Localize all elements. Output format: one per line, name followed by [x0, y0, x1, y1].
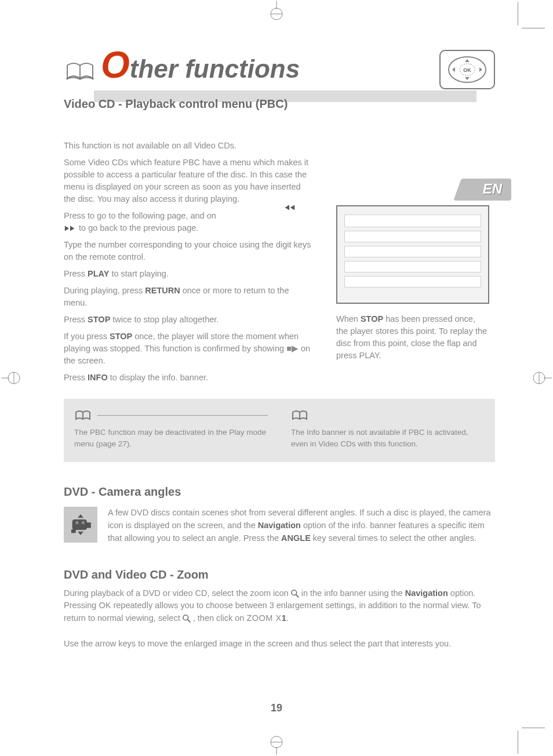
pbc-intro2: Some Video CDs which feature PBC have a … [64, 157, 313, 205]
pbc-stop-line1: Press STOP twice to stop play altogether… [64, 314, 313, 326]
pbc-menu-row [344, 261, 481, 272]
language-label: EN [467, 179, 511, 201]
note-right-text: The Info banner is not available if PBC … [291, 427, 485, 449]
fast-forward-icon [64, 225, 77, 232]
note-head [291, 408, 485, 422]
corner-mark-icon [522, 28, 545, 28]
crop-mark-top-icon [268, 1, 285, 22]
magnifier-icon [183, 615, 191, 623]
rewind-indicator [283, 203, 296, 213]
header: Other functions OK [64, 46, 495, 89]
divider [97, 415, 268, 416]
pbc-heading: Video CD - Playback control menu (PBC) [64, 97, 495, 111]
angles-text: A few DVD discs contain scenes shot from… [108, 507, 495, 544]
note-left: The PBC function may be deactivated in t… [74, 408, 268, 449]
corner-mark-icon [518, 730, 518, 754]
corner-mark-icon [522, 728, 545, 728]
title-drop-cap: O [101, 44, 130, 86]
notes-bar: The PBC function may be deactivated in t… [64, 399, 495, 462]
pbc-stop-replay: When STOP has been pressed once, the pla… [336, 313, 489, 362]
svg-point-22 [183, 615, 188, 620]
svg-point-20 [292, 590, 297, 595]
angles-heading: DVD - Camera angles [64, 485, 495, 499]
language-tab: EN [467, 179, 511, 201]
zoom-line2: Use the arrow keys to move the enlarged … [64, 639, 451, 648]
book-icon [74, 408, 92, 422]
pbc-intro1: This function is not available on all Vi… [64, 140, 313, 152]
pbc-return-line: During playing, press RETURN once or mor… [64, 285, 313, 309]
pbc-num-line: Type the number corresponding to your ch… [64, 239, 313, 263]
title-block: Other functions [64, 46, 300, 83]
crop-mark-right-icon [531, 369, 552, 387]
rewind-icon [283, 204, 296, 211]
svg-rect-19 [71, 530, 75, 533]
pbc-body: This function is not available on all Vi… [64, 140, 313, 384]
zoom-text: During playback of a DVD or video CD, se… [64, 587, 495, 650]
corner-mark-icon [518, 2, 518, 26]
magnifier-icon [291, 590, 299, 598]
svg-text:OK: OK [463, 67, 471, 73]
pbc-menu-row [344, 246, 481, 257]
pbc-stop-line2: If you press STOP once, the player will … [64, 330, 313, 367]
crop-mark-left-icon [1, 369, 22, 387]
svg-line-21 [296, 595, 298, 597]
pbc-menu-row [344, 215, 481, 227]
pbc-info-line: Press INFO to display the info. banner. [64, 372, 313, 384]
crop-mark-bottom-icon [268, 734, 285, 755]
note-head [74, 408, 268, 422]
title-rest: ther functions [130, 54, 300, 83]
pbc-menu-row [344, 231, 481, 242]
angles-block: A few DVD discs contain scenes shot from… [64, 507, 495, 544]
nav-pad-icon: OK [446, 56, 488, 83]
pbc-fwd-line: Press to go to the following page, and o… [64, 210, 313, 234]
pbc-menu-row [344, 276, 481, 288]
nav-ok-badge: OK [439, 50, 495, 89]
page-title: Other functions [101, 46, 300, 83]
pbc-menu-illustration [336, 205, 489, 304]
svg-line-23 [187, 620, 190, 622]
note-left-text: The PBC function may be deactivated in t… [74, 427, 268, 449]
note-right: The Info banner is not available if PBC … [291, 408, 485, 449]
camera-icon-box [64, 507, 97, 543]
zoom-heading: DVD and Video CD - Zoom [64, 568, 495, 581]
page: Other functions OK Video CD - Playback c… [0, 0, 553, 756]
svg-point-16 [75, 521, 79, 525]
book-icon [64, 58, 96, 83]
book-icon [291, 408, 308, 422]
pbc-play-line: Press PLAY to start playing. [64, 268, 313, 280]
page-number: 19 [271, 702, 282, 714]
svg-point-17 [81, 521, 85, 525]
camera-icon [68, 513, 93, 537]
svg-rect-18 [87, 523, 91, 528]
